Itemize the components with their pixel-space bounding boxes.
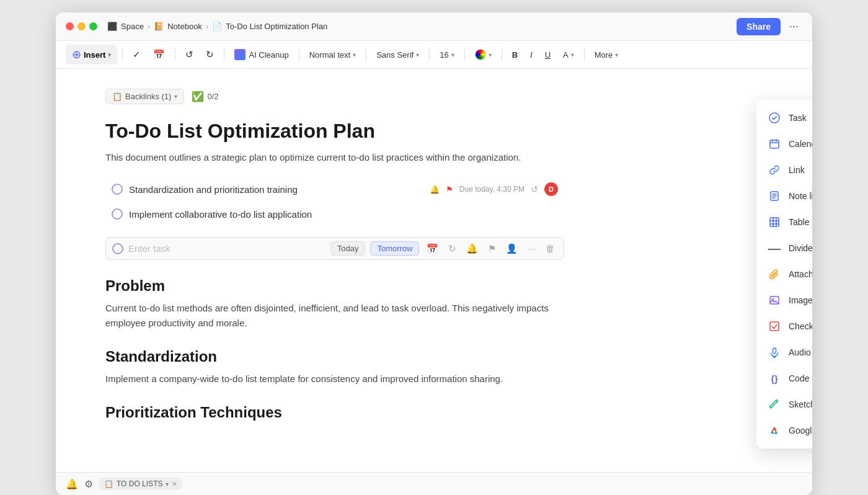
more-options-button[interactable]: ··· [786, 17, 802, 35]
menu-label-code: Code Block [789, 373, 812, 383]
menu-label-link: Link [789, 165, 805, 175]
assign-task-icon[interactable]: 👤 [503, 242, 520, 256]
notification-icon[interactable]: 🔔 [66, 478, 78, 490]
code-menu-icon: {} [768, 372, 781, 385]
ai-cleanup-button[interactable]: AI Cleanup [229, 47, 293, 63]
menu-item-image[interactable]: Image [756, 287, 812, 313]
font-button[interactable]: Sans Serif ▾ [371, 48, 424, 62]
underline-button[interactable]: U [540, 48, 556, 62]
text-style-button[interactable]: Normal text ▾ [304, 48, 361, 62]
today-button[interactable]: Today [330, 241, 366, 256]
insert-dropdown-menu: Task Calendar Event [756, 100, 812, 448]
menu-item-gdrive[interactable]: Google Drive [756, 417, 812, 444]
insert-button[interactable]: ⊕ Insert ▾ [66, 45, 117, 65]
italic-button[interactable]: I [525, 48, 538, 62]
italic-label: I [530, 50, 533, 60]
task-item: Implement collaborative to-do list appli… [105, 203, 564, 225]
check-icon: ✓ [133, 49, 141, 60]
section-text-standardization: Implement a company-wide to-do list temp… [105, 372, 564, 386]
doc-desc: This document outlines a strategic plan … [105, 150, 564, 165]
calendar-task-icon[interactable]: 📅 [424, 242, 441, 256]
share-button[interactable]: Share [737, 18, 781, 35]
menu-label-attachment: Attachment [789, 269, 812, 279]
more-toolbar-button[interactable]: More ▾ [590, 48, 624, 62]
font-color-button[interactable]: A ▾ [558, 48, 579, 62]
tomorrow-button[interactable]: Tomorrow [370, 241, 419, 256]
menu-label-gdrive: Google Drive [789, 426, 812, 435]
history-icon-1: ↺ [531, 184, 538, 194]
menu-item-checkbox[interactable]: Checkbox [756, 313, 812, 339]
insert-arrow-icon: ▾ [108, 51, 111, 58]
task-list: Standardization and prioritization train… [105, 177, 564, 225]
maximize-button[interactable] [89, 22, 97, 30]
breadcrumb-space[interactable]: Space [121, 22, 144, 31]
bottom-bar: 🔔 ⚙ 📋 TO DO LISTS ▾ ✕ [56, 472, 812, 495]
undo-icon: ↺ [185, 49, 193, 60]
image-menu-icon [768, 293, 781, 307]
check-button[interactable]: ✓ [128, 47, 146, 63]
svg-rect-3 [770, 218, 779, 226]
svg-point-0 [769, 113, 779, 123]
backlinks-badge[interactable]: 📋 Backlinks (1) ▾ [105, 89, 184, 104]
repeat-task-icon[interactable]: ↻ [446, 242, 459, 256]
text-style-arrow: ▾ [353, 51, 356, 58]
window-controls [66, 22, 97, 30]
menu-item-sketch[interactable]: Sketch [756, 391, 812, 417]
settings-icon[interactable]: ⚙ [84, 478, 93, 490]
task-checkbox-2[interactable] [112, 208, 123, 220]
menu-item-calendar[interactable]: Calendar Event [756, 131, 812, 157]
breadcrumb-notebook[interactable]: Notebook [167, 22, 202, 31]
divider-menu-icon: — [768, 241, 781, 255]
more-task-icon[interactable]: ··· [525, 242, 538, 255]
calendar-button[interactable]: 📅 [148, 47, 170, 63]
color-button[interactable]: ▾ [470, 47, 497, 63]
separator-4 [299, 48, 299, 61]
more-arrow: ▾ [615, 51, 618, 58]
audio-menu-icon [768, 346, 781, 359]
breadcrumb-doc-icon: 📄 [212, 22, 222, 31]
text-style-label: Normal text [309, 50, 350, 60]
tag-badge[interactable]: 📋 TO DO LISTS ▾ ✕ [99, 478, 182, 490]
task-checkbox-1[interactable] [112, 184, 123, 195]
backlinks-arrow: ▾ [174, 93, 177, 100]
section-heading-prioritization: Prioritization Techniques [105, 404, 564, 421]
size-label: 16 [440, 50, 448, 60]
editor: 📋 Backlinks (1) ▾ ✅ 0/2 To-Do List Optim… [56, 69, 614, 472]
menu-item-divider[interactable]: — Divider [756, 235, 812, 261]
separator-5 [366, 48, 366, 61]
size-button[interactable]: 16 ▾ [435, 48, 459, 62]
menu-item-table[interactable]: Table [756, 209, 812, 235]
menu-item-code[interactable]: {} Code Block [756, 365, 812, 391]
breadcrumb-sep2: › [206, 22, 208, 31]
gdrive-menu-icon [768, 424, 781, 437]
new-task-input[interactable] [128, 243, 326, 254]
minimize-button[interactable] [78, 22, 86, 30]
avatar-1[interactable]: D [544, 182, 558, 196]
title-bar-actions: Share ··· [737, 17, 802, 35]
new-task-row: Today Tomorrow 📅 ↻ 🔔 ⚑ 👤 ··· 🗑 [105, 237, 564, 260]
new-task-circle[interactable] [112, 243, 123, 254]
content-area: 📋 Backlinks (1) ▾ ✅ 0/2 To-Do List Optim… [56, 69, 812, 472]
breadcrumb-doc[interactable]: To-Do List Optimization Plan [226, 22, 327, 31]
menu-label-image: Image [789, 295, 812, 305]
menu-item-task[interactable]: Task [756, 105, 812, 131]
title-bar: ⬛ Space › 📔 Notebook › 📄 To-Do List Opti… [56, 12, 812, 41]
meta-row: 📋 Backlinks (1) ▾ ✅ 0/2 [105, 89, 564, 104]
notify-task-icon[interactable]: 🔔 [464, 242, 480, 256]
tag-close-button[interactable]: ✕ [172, 480, 177, 488]
menu-label-checkbox: Checkbox [789, 321, 812, 331]
redo-button[interactable]: ↻ [201, 47, 219, 63]
delete-task-icon[interactable]: 🗑 [543, 242, 557, 255]
section-heading-standardization: Standardization [105, 348, 564, 365]
menu-label-note: Note link [789, 191, 812, 201]
bold-button[interactable]: B [507, 48, 523, 62]
flag-task-icon[interactable]: ⚑ [485, 242, 498, 256]
undo-button[interactable]: ↺ [180, 47, 198, 63]
menu-item-attachment[interactable]: Attachment [756, 261, 812, 287]
menu-item-link[interactable]: Link [756, 157, 812, 183]
menu-item-note[interactable]: Note link [756, 183, 812, 209]
menu-label-table: Table [789, 217, 809, 227]
menu-item-audio[interactable]: Audio Recording [756, 339, 812, 365]
more-toolbar-label: More [595, 50, 613, 60]
close-button[interactable] [66, 22, 74, 30]
